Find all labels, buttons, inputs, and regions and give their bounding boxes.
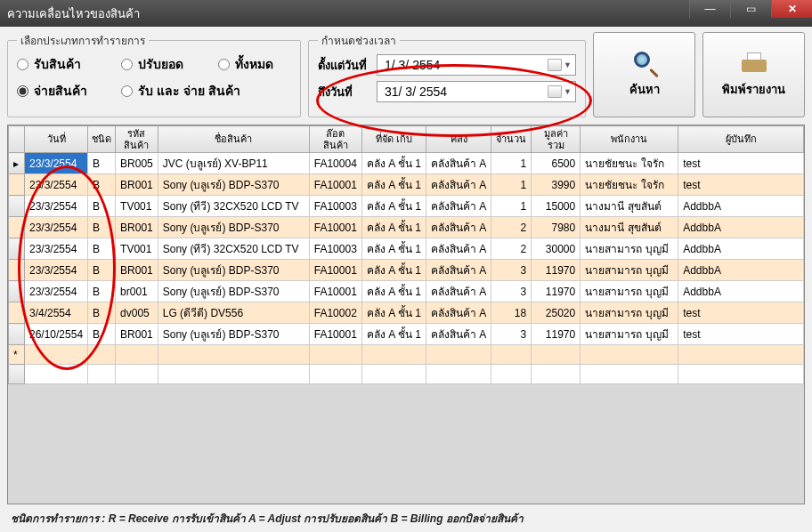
cell-name[interactable]: LG (ดีวีดี) DV556 xyxy=(158,302,309,324)
table-row[interactable]: 26/10/2554BBR001Sony (บลูเรย์) BDP-S370F… xyxy=(9,324,804,345)
col-total[interactable]: มูลค่า รวม xyxy=(532,126,581,153)
cell-wh[interactable]: คลังสินค้า A xyxy=(426,238,491,260)
cell-wh[interactable]: คลังสินค้า A xyxy=(426,217,491,238)
cell-name[interactable]: Sony (บลูเรย์) BDP-S370 xyxy=(158,174,309,196)
cell-staff[interactable]: นายสามารถ บุญมี xyxy=(581,324,678,345)
cell-staff[interactable]: นายชัยชนะ ใจรัก xyxy=(581,174,678,196)
minimize-button[interactable]: — xyxy=(689,0,730,18)
cell-type[interactable]: B xyxy=(88,260,116,281)
cell-lot[interactable]: FA10001 xyxy=(309,281,361,302)
cell-date[interactable]: 23/3/2554 xyxy=(25,281,88,302)
cell-wh[interactable]: คลังสินค้า A xyxy=(426,281,491,302)
table-row[interactable]: 23/3/2554BBR001Sony (บลูเรย์) BDP-S370FA… xyxy=(9,174,804,196)
cell-shelf[interactable]: คลัง A ชั้น 1 xyxy=(361,153,426,174)
cell-user[interactable]: test xyxy=(678,153,804,174)
cell-code[interactable]: TV001 xyxy=(116,238,158,260)
date-to-input[interactable]: 31/ 3/ 2554 ▼ xyxy=(377,81,576,102)
cell-staff[interactable]: นายสามารถ บุญมี xyxy=(581,281,678,302)
cell-code[interactable]: BR005 xyxy=(116,153,158,174)
cell-name[interactable]: Sony (ทีวี) 32CX520 LCD TV xyxy=(158,196,309,217)
cell-lot[interactable]: FA10003 xyxy=(309,196,361,217)
col-type[interactable]: ชนิด xyxy=(88,126,116,153)
cell-qty[interactable]: 1 xyxy=(491,153,532,174)
cell-staff[interactable]: นายชัยชนะ ใจรัก xyxy=(581,153,678,174)
cell-total[interactable]: 6500 xyxy=(532,153,581,174)
cell-staff[interactable]: นายสามารถ บุญมี xyxy=(581,302,678,324)
cell-date[interactable]: 23/3/2554 xyxy=(25,217,88,238)
cell-date[interactable]: 23/3/2554 xyxy=(25,174,88,196)
table-row[interactable]: 23/3/2554BBR001Sony (บลูเรย์) BDP-S370FA… xyxy=(9,217,804,238)
table-row[interactable]: 23/3/2554BBR001Sony (บลูเรย์) BDP-S370FA… xyxy=(9,260,804,281)
cell-total[interactable]: 3990 xyxy=(532,174,581,196)
cell-qty[interactable]: 2 xyxy=(491,238,532,260)
cell-shelf[interactable]: คลัง A ชั้น 1 xyxy=(361,196,426,217)
cell-shelf[interactable]: คลัง A ชั้น 1 xyxy=(361,238,426,260)
maximize-button[interactable]: ▭ xyxy=(730,0,771,18)
cell-total[interactable]: 25020 xyxy=(532,302,581,324)
cell-user[interactable]: AddbbA xyxy=(678,196,804,217)
cell-wh[interactable]: คลังสินค้า A xyxy=(426,153,491,174)
radio-receive[interactable]: รับสินค้า xyxy=(17,54,105,74)
cell-staff[interactable]: นายสามารถ บุญมี xyxy=(581,238,678,260)
cell-code[interactable]: BR001 xyxy=(116,217,158,238)
col-shelf[interactable]: ที่จัด เก็บ xyxy=(361,126,426,153)
cell-wh[interactable]: คลังสินค้า A xyxy=(426,196,491,217)
cell-total[interactable]: 15000 xyxy=(532,196,581,217)
cell-code[interactable]: TV001 xyxy=(116,196,158,217)
cell-type[interactable]: B xyxy=(88,324,116,345)
cell-wh[interactable]: คลังสินค้า A xyxy=(426,302,491,324)
cell-type[interactable]: B xyxy=(88,302,116,324)
cell-total[interactable]: 11970 xyxy=(532,281,581,302)
col-warehouse[interactable]: คลัง xyxy=(426,126,491,153)
cell-wh[interactable]: คลังสินค้า A xyxy=(426,324,491,345)
table-row[interactable]: 23/3/2554BTV001Sony (ทีวี) 32CX520 LCD T… xyxy=(9,238,804,260)
cell-shelf[interactable]: คลัง A ชั้น 1 xyxy=(361,302,426,324)
cell-staff[interactable]: นางมานี สุขสันต์ xyxy=(581,196,678,217)
cell-shelf[interactable]: คลัง A ชั้น 1 xyxy=(361,324,426,345)
cell-wh[interactable]: คลังสินค้า A xyxy=(426,174,491,196)
cell-date[interactable]: 23/3/2554 xyxy=(25,196,88,217)
cell-date[interactable]: 26/10/2554 xyxy=(25,324,88,345)
table-row[interactable]: 23/3/2554Bbr001Sony (บลูเรย์) BDP-S370FA… xyxy=(9,281,804,302)
cell-type[interactable]: B xyxy=(88,217,116,238)
cell-lot[interactable]: FA10001 xyxy=(309,260,361,281)
cell-total[interactable]: 7980 xyxy=(532,217,581,238)
cell-total[interactable]: 11970 xyxy=(532,324,581,345)
cell-code[interactable]: BR001 xyxy=(116,260,158,281)
col-user[interactable]: ผู้บันทึก xyxy=(678,126,804,153)
cell-shelf[interactable]: คลัง A ชั้น 1 xyxy=(361,217,426,238)
cell-staff[interactable]: นายสามารถ บุญมี xyxy=(581,260,678,281)
cell-type[interactable]: B xyxy=(88,196,116,217)
col-name[interactable]: ชื่อสินค้า xyxy=(158,126,309,153)
cell-code[interactable]: BR001 xyxy=(116,324,158,345)
cell-user[interactable]: test xyxy=(678,174,804,196)
radio-bill[interactable]: จ่ายสินค้า xyxy=(17,81,105,101)
cell-total[interactable]: 11970 xyxy=(532,260,581,281)
cell-name[interactable]: Sony (บลูเรย์) BDP-S370 xyxy=(158,281,309,302)
table-row[interactable]: 3/4/2554Bdv005LG (ดีวีดี) DV556FA10002คล… xyxy=(9,302,804,324)
cell-lot[interactable]: FA10002 xyxy=(309,302,361,324)
col-date[interactable]: วันที่ xyxy=(25,126,88,153)
cell-qty[interactable]: 1 xyxy=(491,196,532,217)
cell-date[interactable]: 23/3/2554 xyxy=(25,260,88,281)
col-lot[interactable]: ล๊อต สินค้า xyxy=(309,126,361,153)
cell-qty[interactable]: 3 xyxy=(491,324,532,345)
data-grid[interactable]: วันที่ ชนิด รหัส สินค้า ชื่อสินค้า ล๊อต … xyxy=(7,125,805,504)
cell-user[interactable]: test xyxy=(678,324,804,345)
radio-adjust[interactable]: ปรับยอด xyxy=(121,54,201,74)
cell-user[interactable]: test xyxy=(678,302,804,324)
cell-qty[interactable]: 3 xyxy=(491,281,532,302)
cell-lot[interactable]: FA10004 xyxy=(309,153,361,174)
col-code[interactable]: รหัส สินค้า xyxy=(116,126,158,153)
cell-name[interactable]: Sony (บลูเรย์) BDP-S370 xyxy=(158,260,309,281)
cell-type[interactable]: B xyxy=(88,174,116,196)
cell-code[interactable]: dv005 xyxy=(116,302,158,324)
cell-qty[interactable]: 1 xyxy=(491,174,532,196)
cell-date[interactable]: 23/3/2554 xyxy=(25,238,88,260)
cell-code[interactable]: BR001 xyxy=(116,174,158,196)
cell-date[interactable]: 23/3/2554 xyxy=(25,153,88,174)
cell-qty[interactable]: 2 xyxy=(491,217,532,238)
cell-staff[interactable]: นางมานี สุขสันต์ xyxy=(581,217,678,238)
cell-type[interactable]: B xyxy=(88,238,116,260)
cell-shelf[interactable]: คลัง A ชั้น 1 xyxy=(361,174,426,196)
